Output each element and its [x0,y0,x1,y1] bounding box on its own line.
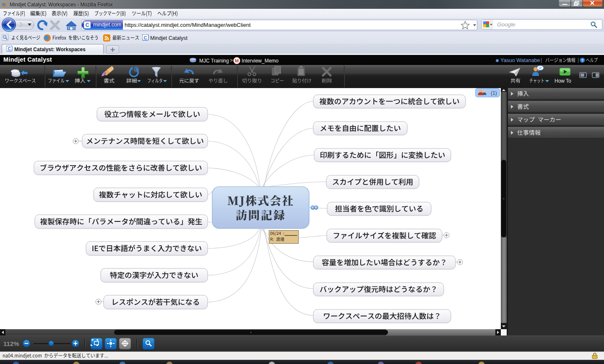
svg-text:(1): (1) [491,90,497,96]
svg-text:112%: 112% [3,340,19,347]
